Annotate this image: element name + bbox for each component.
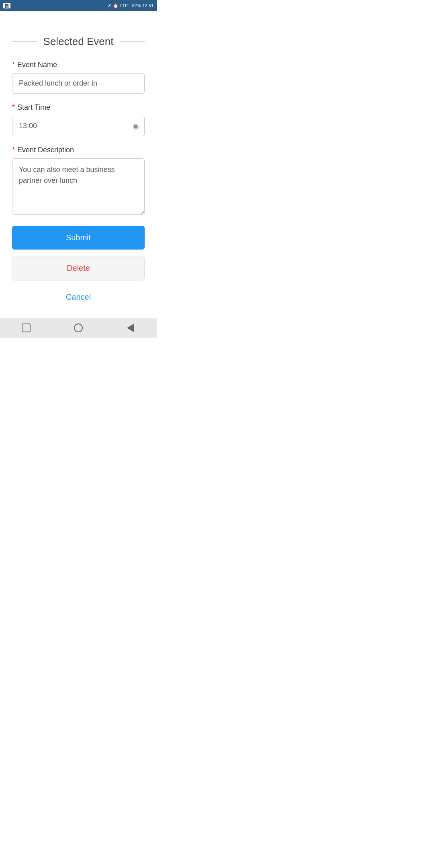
nav-recent-button[interactable] xyxy=(123,321,138,335)
battery-text: 82% xyxy=(132,3,141,8)
bottom-nav xyxy=(0,318,157,338)
submit-button[interactable]: Submit xyxy=(12,226,145,250)
event-name-group: * Event Name xyxy=(12,61,145,94)
delete-button[interactable]: Delete xyxy=(12,256,145,280)
time-display: 12:51 xyxy=(142,3,154,8)
bluetooth-icon: ✗ xyxy=(108,3,111,8)
event-description-textarea[interactable] xyxy=(12,158,145,215)
event-name-label: * Event Name xyxy=(12,61,145,69)
photo-icon xyxy=(3,3,10,8)
main-content: Selected Event * Event Name * Start Time… xyxy=(0,11,157,318)
circle-icon xyxy=(74,323,83,332)
event-name-label-text: Event Name xyxy=(17,61,57,69)
required-star-name: * xyxy=(12,61,15,69)
start-time-group: * Start Time ◉ xyxy=(12,103,145,136)
start-time-label: * Start Time xyxy=(12,103,145,112)
event-description-group: * Event Description xyxy=(12,146,145,216)
cancel-button[interactable]: Cancel xyxy=(12,289,145,306)
start-time-label-text: Start Time xyxy=(17,103,50,112)
square-icon xyxy=(22,323,31,332)
start-time-input[interactable] xyxy=(12,116,145,136)
signal-icon: LTE⁺ xyxy=(120,3,130,8)
nav-home-button[interactable] xyxy=(71,321,86,335)
title-line-right xyxy=(120,41,145,42)
event-description-label: * Event Description xyxy=(12,146,145,154)
event-description-label-text: Event Description xyxy=(17,146,74,154)
required-star-desc: * xyxy=(12,146,15,154)
event-name-input[interactable] xyxy=(12,73,145,94)
time-input-wrapper: ◉ xyxy=(12,116,145,136)
triangle-icon xyxy=(127,323,134,332)
title-line-left xyxy=(12,41,37,42)
page-title: Selected Event xyxy=(43,35,114,48)
status-bar-right: ✗ ⏰ LTE⁺ 82% 12:51 xyxy=(108,3,154,8)
required-star-time: * xyxy=(12,103,15,112)
status-bar-left xyxy=(3,3,10,8)
page-title-container: Selected Event xyxy=(12,35,145,48)
status-bar: ✗ ⏰ LTE⁺ 82% 12:51 xyxy=(0,0,157,11)
nav-back-button[interactable] xyxy=(19,321,33,335)
alarm-icon: ⏰ xyxy=(113,3,119,8)
